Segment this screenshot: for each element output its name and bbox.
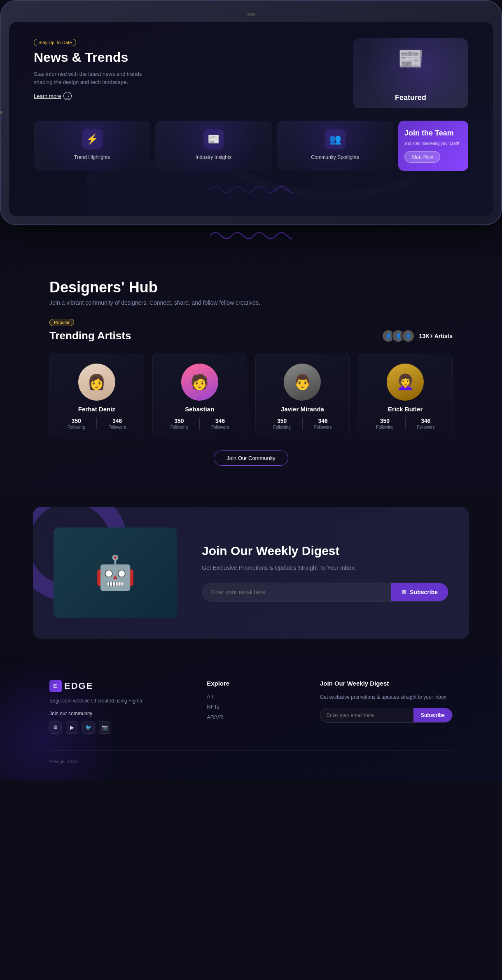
- popular-badge: Popular: [49, 319, 74, 326]
- subscribe-label: Subscribe: [410, 589, 438, 595]
- industry-insights-card[interactable]: 📰 Industry Insights: [155, 121, 272, 171]
- digest-subscribe-button[interactable]: ✉ Subscribe: [391, 583, 448, 601]
- community-spotlights-icon: 👥: [325, 129, 346, 149]
- stay-up-to-date-badge: Stay Up-To-Date: [34, 39, 76, 46]
- discord-icon[interactable]: ⚙: [49, 721, 62, 734]
- footer-link-nfts[interactable]: NFTs: [207, 704, 295, 710]
- news-trends-section: Stay Up-To-Date News & Trends Stay infor…: [34, 38, 468, 108]
- followers-stat-ferhat: 346 Followers: [97, 418, 137, 429]
- following-number-ferhat: 350: [58, 418, 94, 424]
- youtube-icon[interactable]: ▶: [66, 721, 78, 734]
- trending-artists-title: Trending Artists: [49, 329, 131, 342]
- join-community-button[interactable]: Join Our Community: [214, 450, 288, 466]
- trending-header: Trending Artists 👤 👤 👤 13K+ Artists: [49, 329, 453, 343]
- tablet-notch: [247, 13, 255, 16]
- artist-name-erick: Erick Butler: [388, 406, 423, 413]
- join-team-subtitle: and start mastering your craft!: [404, 141, 462, 146]
- following-stat-erick: 350 Following: [364, 418, 405, 429]
- followers-label-javier: Followers: [305, 425, 341, 429]
- following-stat-sebastian: 350 Following: [159, 418, 200, 429]
- digest-description: Get Exclusive Promotions & Updates Strai…: [202, 563, 448, 572]
- artist-avatar-erick: 👩‍🦱: [387, 364, 424, 401]
- footer-email-row: Subscribe: [320, 708, 453, 723]
- trend-highlights-icon: ⚡: [82, 129, 103, 149]
- news-description: Stay informed with the latest news and t…: [34, 70, 149, 86]
- community-spotlights-card[interactable]: 👥 Community Spotlights: [277, 121, 393, 171]
- followers-number-erick: 346: [408, 418, 444, 424]
- footer-grid: E EDGE Edge.com website UI created using…: [49, 680, 453, 734]
- trend-highlights-label: Trend Highlights: [74, 154, 110, 160]
- artist-card-erick[interactable]: 👩‍🦱 Erick Butler 350 Following 346 Follo…: [358, 353, 453, 438]
- footer-logo: E EDGE: [49, 680, 182, 692]
- digest-image: 🤖: [54, 527, 177, 618]
- footer-link-arvr[interactable]: AR/VR: [207, 714, 295, 720]
- artist-avatars-preview: 👤 👤 👤: [382, 329, 415, 343]
- news-headline: News & Trends: [34, 49, 341, 65]
- footer-email-input[interactable]: [320, 708, 413, 722]
- digest-section: 🤖 Join Our Weekly Digest Get Exclusive P…: [33, 507, 469, 639]
- artists-grid: 👩 Ferhat Deniz 350 Following 346 Followe…: [49, 353, 453, 438]
- following-stat-javier: 350 Following: [262, 418, 303, 429]
- artists-count-label: 13K+ Artists: [419, 333, 453, 339]
- footer-community-text: Join our community: [49, 711, 182, 716]
- digest-email-input[interactable]: [202, 583, 391, 601]
- footer-links-list: A.I. NFTs AR/VR: [207, 693, 295, 720]
- followers-label-ferhat: Followers: [99, 425, 135, 429]
- artist-avatar-javier: 👨: [284, 364, 321, 401]
- artist-stats-erick: 350 Following 346 Followers: [364, 418, 446, 429]
- avatar-image-sebastian: 🧑: [181, 364, 218, 401]
- footer-digest-description: Get exclusive promotions & updates strai…: [320, 693, 453, 701]
- tablet-device: Stay Up-To-Date News & Trends Stay infor…: [0, 0, 502, 225]
- footer-subscribe-button[interactable]: Subscribe: [413, 708, 452, 722]
- footer-copyright: © Edge. 2023: [49, 750, 453, 764]
- artist-stats-sebastian: 350 Following 346 Followers: [159, 418, 240, 429]
- power-button[interactable]: [0, 111, 2, 114]
- artist-card-ferhat[interactable]: 👩 Ferhat Deniz 350 Following 346 Followe…: [49, 353, 144, 438]
- start-now-button[interactable]: Start Now: [404, 151, 440, 163]
- footer-explore-title: Explore: [207, 680, 295, 687]
- featured-card[interactable]: 📰 Featured: [353, 38, 468, 108]
- avatar-image-ferhat: 👩: [78, 364, 115, 401]
- following-number-javier: 350: [264, 418, 300, 424]
- twitter-icon[interactable]: 🐦: [82, 721, 95, 734]
- artist-avatar-ferhat: 👩: [78, 364, 115, 401]
- join-team-card[interactable]: Join the Team and start mastering your c…: [398, 121, 468, 171]
- following-label-javier: Following: [264, 425, 300, 429]
- artist-card-sebastian[interactable]: 🧑 Sebastian 350 Following 346 Followers: [152, 353, 247, 438]
- designers-hub-title: Designers' Hub: [49, 279, 453, 296]
- envelope-icon: ✉: [402, 589, 406, 595]
- digest-email-row: ✉ Subscribe: [202, 583, 448, 602]
- footer-digest-title: Join Our Weekly Digest: [320, 680, 453, 687]
- artist-stats-javier: 350 Following 346 Followers: [262, 418, 343, 429]
- footer-explore-column: Explore A.I. NFTs AR/VR: [207, 680, 295, 734]
- footer-digest-column: Join Our Weekly Digest Get exclusive pro…: [320, 680, 453, 734]
- following-label-erick: Following: [367, 425, 403, 429]
- community-spotlights-label: Community Spotlights: [311, 154, 359, 160]
- trend-highlights-card[interactable]: ⚡ Trend Highlights: [34, 121, 150, 171]
- industry-insights-label: Industry Insights: [196, 154, 231, 160]
- learn-more-text: Learn more: [34, 93, 61, 99]
- followers-stat-sebastian: 346 Followers: [200, 418, 240, 429]
- copyright-text: © Edge. 2023: [49, 759, 77, 764]
- followers-label-sebastian: Followers: [202, 425, 238, 429]
- following-number-sebastian: 350: [161, 418, 197, 424]
- join-community-row: Join Our Community: [49, 450, 453, 466]
- learn-more-link[interactable]: Learn more →: [34, 92, 341, 100]
- following-label-sebastian: Following: [161, 425, 197, 429]
- following-label-ferhat: Following: [58, 425, 94, 429]
- learn-more-arrow-icon: →: [63, 92, 72, 100]
- artist-name-sebastian: Sebastian: [185, 406, 214, 413]
- logo-text: EDGE: [64, 681, 93, 691]
- artist-avatar-sebastian: 🧑: [181, 364, 218, 401]
- digest-title: Join Our Weekly Digest: [202, 544, 448, 558]
- footer-link-ai[interactable]: A.I.: [207, 693, 295, 700]
- footer: E EDGE Edge.com website UI created using…: [0, 655, 502, 780]
- followers-label-erick: Followers: [408, 425, 444, 429]
- digest-right: Join Our Weekly Digest Get Exclusive Pro…: [202, 544, 448, 602]
- instagram-icon[interactable]: 📷: [99, 721, 111, 734]
- avatar-image-erick: 👩‍🦱: [387, 364, 424, 401]
- followers-number-javier: 346: [305, 418, 341, 424]
- footer-description: Edge.com website UI created using Figma.: [49, 697, 182, 705]
- following-stat-ferhat: 350 Following: [56, 418, 97, 429]
- artist-card-javier[interactable]: 👨 Javier Miranda 350 Following 346 Follo…: [255, 353, 350, 438]
